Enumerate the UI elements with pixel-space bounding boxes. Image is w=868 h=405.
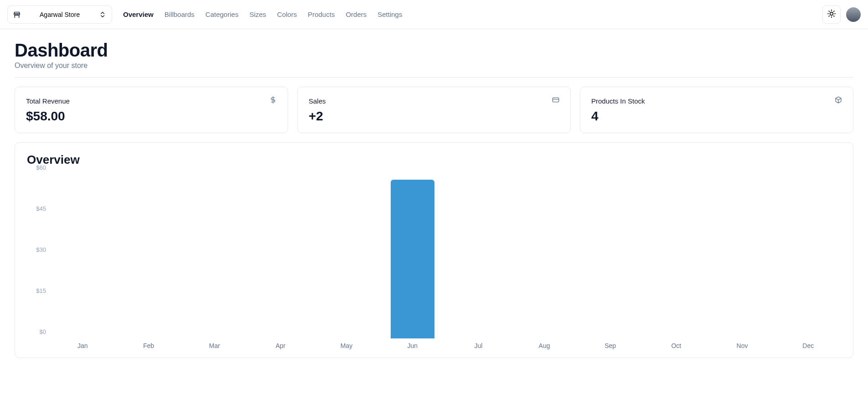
chart-y-tick: $15 <box>36 287 46 294</box>
page-title: Dashboard <box>15 40 853 61</box>
stat-card-sales: Sales +2 <box>297 87 571 133</box>
nav-billboards[interactable]: Billboards <box>165 10 195 18</box>
chart-x-tick: Nov <box>709 342 775 349</box>
main-nav: Overview Billboards Categories Sizes Col… <box>123 10 402 18</box>
nav-sizes[interactable]: Sizes <box>249 10 266 18</box>
stats-row: Total Revenue $58.00 Sales +2 <box>15 87 853 133</box>
stat-value: 4 <box>591 109 842 124</box>
chart-x-axis: JanFebMarAprMayJunJulAugSepOctNovDec <box>50 342 841 349</box>
svg-rect-2 <box>553 98 558 102</box>
chart-area: $0$15$30$45$60 <box>27 174 841 338</box>
stat-card-stock: Products In Stock 4 <box>580 87 853 133</box>
chart-card: Overview $0$15$30$45$60 JanFebMarAprMayJ… <box>15 142 853 358</box>
package-icon <box>835 96 842 105</box>
chevrons-up-down-icon <box>99 11 106 18</box>
nav-colors[interactable]: Colors <box>277 10 297 18</box>
dollar-icon <box>269 96 277 105</box>
stat-label: Sales <box>309 97 326 105</box>
chart-x-tick: Jul <box>445 342 512 349</box>
chart-y-tick: $0 <box>40 328 46 335</box>
chart-y-tick: $60 <box>36 164 46 171</box>
chart-y-axis: $0$15$30$45$60 <box>27 174 50 338</box>
chart-x-tick: Apr <box>248 342 314 349</box>
stat-value: $58.00 <box>26 109 277 124</box>
nav-overview[interactable]: Overview <box>123 10 154 18</box>
chart-x-tick: Sep <box>577 342 643 349</box>
svg-point-0 <box>830 12 833 16</box>
nav-orders[interactable]: Orders <box>346 10 367 18</box>
chart-x-tick: Jun <box>379 342 445 349</box>
stat-label: Products In Stock <box>591 97 645 105</box>
user-avatar[interactable] <box>846 7 861 22</box>
topbar-right <box>822 5 861 24</box>
chart-plot <box>50 174 841 338</box>
chart-x-tick: May <box>314 342 380 349</box>
chart-x-tick: Jan <box>50 342 116 349</box>
store-icon <box>13 11 21 18</box>
chart-x-tick: Dec <box>775 342 841 349</box>
credit-card-icon <box>552 96 559 105</box>
stat-card-revenue: Total Revenue $58.00 <box>15 87 288 133</box>
chart-x-tick: Aug <box>512 342 578 349</box>
chart-bar <box>391 180 434 338</box>
divider <box>15 77 853 78</box>
sun-icon <box>827 9 836 20</box>
nav-products[interactable]: Products <box>308 10 335 18</box>
chart-title: Overview <box>27 153 841 167</box>
store-switcher-label: Agarwal Store <box>25 11 94 18</box>
page-content: Dashboard Overview of your store Total R… <box>0 29 868 369</box>
page-subtitle: Overview of your store <box>15 62 853 70</box>
chart-y-tick: $45 <box>36 205 46 212</box>
nav-categories[interactable]: Categories <box>206 10 239 18</box>
stat-value: +2 <box>309 109 559 124</box>
chart-x-tick: Mar <box>181 342 248 349</box>
stat-label: Total Revenue <box>26 97 70 105</box>
theme-toggle-button[interactable] <box>822 5 841 24</box>
chart-y-tick: $30 <box>36 246 46 253</box>
store-switcher[interactable]: Agarwal Store <box>7 5 112 24</box>
page-header: Dashboard Overview of your store <box>15 40 853 70</box>
topbar: Agarwal Store Overview Billboards Catego… <box>0 0 868 29</box>
chart-x-tick: Feb <box>116 342 182 349</box>
nav-settings[interactable]: Settings <box>377 10 402 18</box>
chart-x-tick: Oct <box>643 342 709 349</box>
